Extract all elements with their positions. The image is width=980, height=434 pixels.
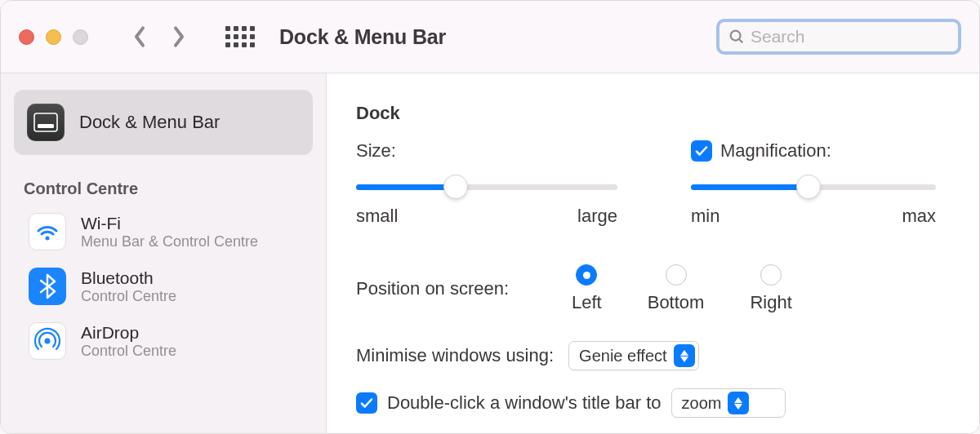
sidebar-item-subtitle: Control Centre <box>81 288 176 306</box>
svg-rect-3 <box>38 124 54 128</box>
main-panel: Dock Size: small large <box>326 73 979 433</box>
nav-arrows <box>127 22 191 51</box>
position-radio-right[interactable]: Right <box>750 264 791 313</box>
sidebar-item-wifi[interactable]: Wi-Fi Menu Bar & Control Centre <box>1 205 326 259</box>
sidebar-item-title: AirDrop <box>81 322 176 343</box>
sidebar-item-subtitle: Menu Bar & Control Centre <box>81 233 258 251</box>
magnification-label: Magnification: <box>720 140 831 162</box>
position-radio-group: LeftBottomRight <box>572 264 792 313</box>
window-controls <box>19 29 88 45</box>
show-all-preferences-button[interactable] <box>227 24 253 50</box>
svg-rect-2 <box>34 113 57 131</box>
svg-point-4 <box>46 237 50 241</box>
grid-icon <box>225 26 255 47</box>
sidebar-item-title: Wi-Fi <box>81 213 258 233</box>
search-icon <box>728 28 746 46</box>
sidebar-item-label: Dock & Menu Bar <box>79 112 220 133</box>
magnification-checkbox[interactable] <box>691 140 712 162</box>
search-input[interactable]: Search <box>716 19 961 55</box>
size-slider[interactable] <box>356 175 617 199</box>
section-title: Dock <box>356 103 940 124</box>
wifi-icon <box>29 213 66 250</box>
sidebar: Dock & Menu Bar Control Centre Wi-Fi Men… <box>1 73 326 433</box>
radio-button[interactable] <box>666 264 687 286</box>
minimise-select[interactable]: Genie effect <box>568 341 698 370</box>
svg-point-5 <box>45 338 51 343</box>
forward-button[interactable] <box>167 22 191 51</box>
bluetooth-icon <box>29 268 66 305</box>
minimise-label: Minimise windows using: <box>356 345 554 366</box>
position-radio-left[interactable]: Left <box>572 264 602 313</box>
size-min-label: small <box>356 206 398 227</box>
svg-marker-6 <box>680 350 688 356</box>
select-value: zoom <box>682 394 722 413</box>
updown-arrows-icon <box>728 392 749 414</box>
doubleclick-label: Double-click a window's title bar to <box>387 392 662 414</box>
window-title: Dock & Menu Bar <box>279 25 446 49</box>
doubleclick-checkbox[interactable] <box>356 392 377 414</box>
svg-marker-8 <box>734 397 742 403</box>
slider-thumb[interactable] <box>443 175 468 199</box>
doubleclick-select[interactable]: zoom <box>671 388 786 418</box>
svg-line-1 <box>739 39 742 42</box>
sidebar-item-dock-menu-bar[interactable]: Dock & Menu Bar <box>14 90 313 155</box>
svg-point-0 <box>731 31 741 41</box>
dock-icon <box>27 104 65 141</box>
size-max-label: large <box>577 206 617 227</box>
toolbar: Dock & Menu Bar Search <box>1 1 979 73</box>
select-value: Genie effect <box>579 347 666 365</box>
magnification-max-label: max <box>902 206 936 227</box>
airdrop-icon <box>29 322 66 360</box>
zoom-window-button[interactable] <box>73 29 88 45</box>
magnification-min-label: min <box>691 206 719 227</box>
sidebar-item-title: Bluetooth <box>81 268 176 288</box>
back-button[interactable] <box>127 22 152 51</box>
svg-marker-9 <box>734 404 742 410</box>
sidebar-item-airdrop[interactable]: AirDrop Control Centre <box>1 314 326 369</box>
close-window-button[interactable] <box>19 29 34 45</box>
position-label: Position on screen: <box>356 278 536 299</box>
radio-label: Left <box>572 292 602 313</box>
magnification-slider[interactable] <box>691 175 936 199</box>
svg-marker-7 <box>680 356 688 362</box>
slider-thumb[interactable] <box>796 175 821 199</box>
sidebar-group-title: Control Centre <box>24 179 326 198</box>
position-radio-bottom[interactable]: Bottom <box>648 264 705 313</box>
radio-label: Right <box>750 292 791 313</box>
size-label: Size: <box>356 140 396 162</box>
radio-label: Bottom <box>648 292 705 313</box>
radio-button[interactable] <box>576 264 597 286</box>
updown-arrows-icon <box>674 344 695 367</box>
sidebar-item-subtitle: Control Centre <box>81 343 176 361</box>
radio-button[interactable] <box>760 264 782 286</box>
minimize-window-button[interactable] <box>46 29 61 45</box>
sidebar-item-bluetooth[interactable]: Bluetooth Control Centre <box>1 259 326 314</box>
search-placeholder: Search <box>751 27 805 46</box>
